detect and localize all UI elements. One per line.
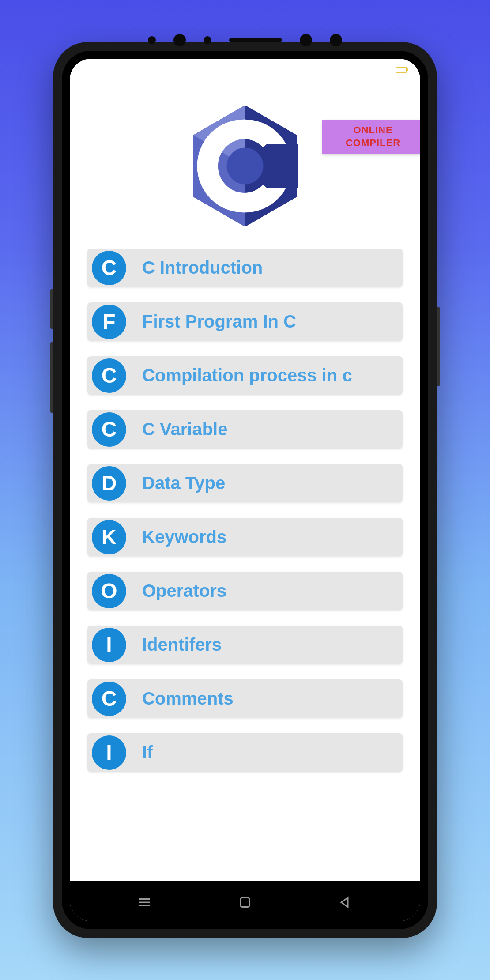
topic-list[interactable]: CC IntroductionFFirst Program In CCCompi… — [70, 249, 420, 881]
screen: ONLINE COMPILER CC IntroductionFFirst Pr… — [70, 59, 420, 921]
phone-bezel: ONLINE COMPILER CC IntroductionFFirst Pr… — [62, 51, 428, 929]
topic-label: C Variable — [142, 419, 227, 439]
sensor-dot — [148, 36, 156, 44]
topic-badge: D — [92, 466, 126, 501]
topic-label: First Program In C — [142, 312, 296, 332]
topic-label: If — [142, 743, 153, 762]
power-button — [437, 307, 440, 386]
topic-label: Comments — [142, 689, 234, 709]
topic-badge: C — [92, 358, 126, 393]
topic-badge: F — [92, 305, 126, 339]
topic-badge: C — [92, 251, 126, 285]
status-bar — [70, 59, 420, 81]
volume-button — [50, 289, 53, 329]
topic-item[interactable]: CC Introduction — [87, 249, 403, 287]
topic-badge: K — [92, 520, 126, 554]
topic-badge: C — [92, 682, 126, 716]
topic-label: Data Type — [142, 473, 225, 493]
camera-dot — [330, 34, 342, 46]
sensor-bar — [62, 30, 428, 51]
back-icon[interactable] — [336, 893, 354, 911]
topic-item[interactable]: FFirst Program In C — [87, 302, 403, 341]
topic-item[interactable]: IIf — [87, 733, 403, 772]
compiler-button-line2: COMPILER — [346, 137, 400, 150]
topic-item[interactable]: OOperators — [87, 572, 403, 610]
topic-label: Operators — [142, 581, 226, 601]
topic-badge: C — [92, 412, 126, 447]
topic-label: Compilation process in c — [142, 366, 352, 385]
camera-dot — [173, 34, 186, 46]
sensor-dot — [204, 36, 211, 44]
camera-dot — [300, 34, 312, 46]
topic-label: C Introduction — [142, 258, 263, 278]
c-logo-icon — [188, 103, 302, 226]
topic-item[interactable]: KKeywords — [87, 518, 403, 556]
speaker-slot — [229, 38, 282, 42]
topic-badge: I — [92, 628, 126, 662]
recents-icon[interactable] — [136, 893, 154, 911]
topic-badge: O — [92, 574, 126, 608]
volume-button — [50, 342, 53, 413]
phone-frame: ONLINE COMPILER CC IntroductionFFirst Pr… — [53, 42, 437, 938]
topic-item[interactable]: DData Type — [87, 464, 403, 502]
topic-badge: I — [92, 735, 126, 770]
topic-item[interactable]: CCompilation process in c — [87, 356, 403, 395]
svg-marker-11 — [341, 897, 348, 907]
topic-label: Identifers — [142, 635, 222, 655]
android-nav-bar — [70, 881, 420, 921]
compiler-button-line1: ONLINE — [346, 124, 400, 137]
topic-label: Keywords — [142, 527, 226, 547]
header: ONLINE COMPILER — [70, 81, 420, 249]
topic-item[interactable]: IIdentifers — [87, 626, 403, 664]
home-icon[interactable] — [236, 893, 254, 911]
topic-item[interactable]: CComments — [87, 679, 403, 718]
svg-point-6 — [226, 147, 263, 184]
battery-icon — [396, 67, 407, 73]
svg-rect-10 — [240, 897, 249, 907]
topic-item[interactable]: CC Variable — [87, 410, 403, 449]
online-compiler-button[interactable]: ONLINE COMPILER — [322, 120, 420, 154]
